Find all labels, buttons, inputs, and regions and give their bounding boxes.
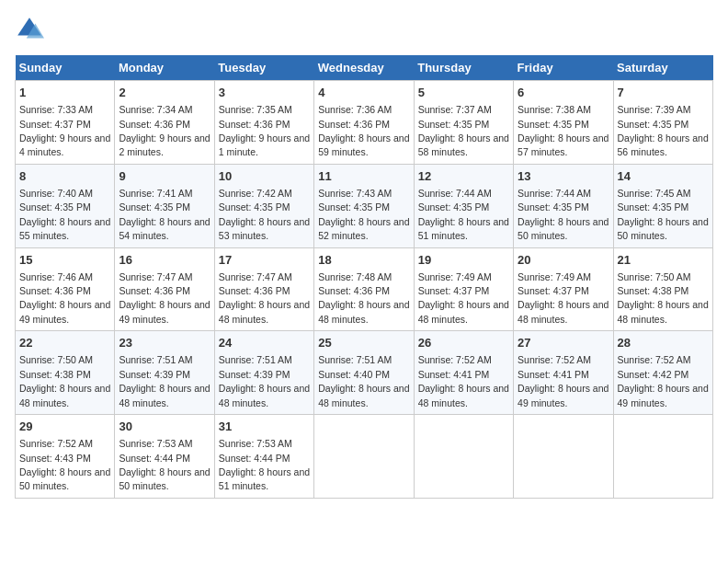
calendar-cell: 29 Sunrise: 7:52 AMSunset: 4:43 PMDaylig… bbox=[16, 415, 115, 499]
week-row-1: 1 Sunrise: 7:33 AMSunset: 4:37 PMDayligh… bbox=[16, 81, 713, 165]
calendar-cell: 17 Sunrise: 7:47 AMSunset: 4:36 PMDaylig… bbox=[214, 247, 313, 331]
day-number: 2 bbox=[119, 85, 210, 101]
calendar-cell: 8 Sunrise: 7:40 AMSunset: 4:35 PMDayligh… bbox=[16, 164, 115, 247]
week-row-4: 22 Sunrise: 7:50 AMSunset: 4:38 PMDaylig… bbox=[16, 331, 713, 415]
day-number: 19 bbox=[418, 252, 509, 269]
calendar-cell: 5 Sunrise: 7:37 AMSunset: 4:35 PMDayligh… bbox=[414, 81, 513, 165]
week-row-2: 8 Sunrise: 7:40 AMSunset: 4:35 PMDayligh… bbox=[16, 164, 713, 247]
calendar-cell: 7 Sunrise: 7:39 AMSunset: 4:35 PMDayligh… bbox=[613, 81, 712, 165]
day-info: Sunrise: 7:46 AMSunset: 4:36 PMDaylight:… bbox=[19, 271, 110, 325]
calendar-cell: 14 Sunrise: 7:45 AMSunset: 4:35 PMDaylig… bbox=[613, 164, 712, 247]
week-row-3: 15 Sunrise: 7:46 AMSunset: 4:36 PMDaylig… bbox=[16, 247, 713, 331]
day-info: Sunrise: 7:48 AMSunset: 4:36 PMDaylight:… bbox=[318, 271, 409, 325]
day-number: 12 bbox=[418, 168, 509, 185]
day-info: Sunrise: 7:44 AMSunset: 4:35 PMDaylight:… bbox=[418, 188, 509, 241]
day-number: 14 bbox=[618, 168, 709, 185]
day-number: 6 bbox=[518, 85, 609, 101]
day-number: 30 bbox=[119, 419, 210, 435]
calendar-cell: 24 Sunrise: 7:51 AMSunset: 4:39 PMDaylig… bbox=[214, 331, 313, 415]
calendar-cell: 4 Sunrise: 7:36 AMSunset: 4:36 PMDayligh… bbox=[314, 81, 414, 165]
day-info: Sunrise: 7:38 AMSunset: 4:35 PMDaylight:… bbox=[518, 104, 609, 157]
calendar-cell: 3 Sunrise: 7:35 AMSunset: 4:36 PMDayligh… bbox=[214, 81, 313, 165]
calendar-cell: 1 Sunrise: 7:33 AMSunset: 4:37 PMDayligh… bbox=[16, 81, 115, 165]
day-number: 24 bbox=[219, 335, 310, 351]
calendar-cell: 19 Sunrise: 7:49 AMSunset: 4:37 PMDaylig… bbox=[414, 247, 513, 331]
calendar-table: SundayMondayTuesdayWednesdayThursdayFrid… bbox=[15, 55, 713, 499]
day-info: Sunrise: 7:36 AMSunset: 4:36 PMDaylight:… bbox=[318, 104, 409, 157]
calendar-cell: 31 Sunrise: 7:53 AMSunset: 4:44 PMDaylig… bbox=[214, 415, 313, 499]
calendar-cell: 30 Sunrise: 7:53 AMSunset: 4:44 PMDaylig… bbox=[115, 415, 214, 499]
calendar-cell: 16 Sunrise: 7:47 AMSunset: 4:36 PMDaylig… bbox=[115, 247, 214, 331]
weekday-header-thursday: Thursday bbox=[414, 55, 513, 81]
weekday-header-row: SundayMondayTuesdayWednesdayThursdayFrid… bbox=[16, 55, 713, 81]
calendar-cell: 15 Sunrise: 7:46 AMSunset: 4:36 PMDaylig… bbox=[16, 247, 115, 331]
day-info: Sunrise: 7:33 AMSunset: 4:37 PMDaylight:… bbox=[19, 104, 110, 157]
day-number: 20 bbox=[518, 252, 609, 269]
day-number: 23 bbox=[119, 335, 210, 351]
day-number: 1 bbox=[19, 85, 110, 101]
weekday-header-saturday: Saturday bbox=[613, 55, 712, 81]
day-info: Sunrise: 7:50 AMSunset: 4:38 PMDaylight:… bbox=[19, 354, 110, 408]
weekday-header-tuesday: Tuesday bbox=[214, 55, 313, 81]
day-info: Sunrise: 7:51 AMSunset: 4:40 PMDaylight:… bbox=[318, 354, 409, 408]
page-header bbox=[15, 15, 713, 44]
calendar-cell bbox=[613, 415, 712, 499]
calendar-cell: 10 Sunrise: 7:42 AMSunset: 4:35 PMDaylig… bbox=[214, 164, 313, 247]
day-number: 26 bbox=[418, 335, 509, 351]
day-info: Sunrise: 7:40 AMSunset: 4:35 PMDaylight:… bbox=[19, 188, 110, 241]
calendar-cell: 27 Sunrise: 7:52 AMSunset: 4:41 PMDaylig… bbox=[514, 331, 613, 415]
day-info: Sunrise: 7:52 AMSunset: 4:42 PMDaylight:… bbox=[618, 354, 709, 408]
day-number: 25 bbox=[318, 335, 409, 351]
day-info: Sunrise: 7:34 AMSunset: 4:36 PMDaylight:… bbox=[119, 104, 210, 157]
logo-icon bbox=[15, 15, 44, 44]
day-number: 18 bbox=[318, 252, 409, 269]
calendar-cell: 9 Sunrise: 7:41 AMSunset: 4:35 PMDayligh… bbox=[115, 164, 214, 247]
day-info: Sunrise: 7:49 AMSunset: 4:37 PMDaylight:… bbox=[518, 271, 609, 325]
day-info: Sunrise: 7:47 AMSunset: 4:36 PMDaylight:… bbox=[219, 271, 310, 325]
day-number: 8 bbox=[19, 168, 110, 185]
day-number: 15 bbox=[19, 252, 110, 269]
day-number: 9 bbox=[119, 168, 210, 185]
calendar-cell: 28 Sunrise: 7:52 AMSunset: 4:42 PMDaylig… bbox=[613, 331, 712, 415]
day-info: Sunrise: 7:45 AMSunset: 4:35 PMDaylight:… bbox=[618, 188, 709, 241]
day-info: Sunrise: 7:53 AMSunset: 4:44 PMDaylight:… bbox=[219, 438, 310, 491]
calendar-cell: 11 Sunrise: 7:43 AMSunset: 4:35 PMDaylig… bbox=[314, 164, 414, 247]
calendar-cell bbox=[314, 415, 414, 499]
weekday-header-wednesday: Wednesday bbox=[314, 55, 414, 81]
day-number: 28 bbox=[618, 335, 709, 351]
day-info: Sunrise: 7:52 AMSunset: 4:43 PMDaylight:… bbox=[19, 438, 110, 491]
day-info: Sunrise: 7:52 AMSunset: 4:41 PMDaylight:… bbox=[418, 354, 509, 408]
calendar-cell: 21 Sunrise: 7:50 AMSunset: 4:38 PMDaylig… bbox=[613, 247, 712, 331]
day-info: Sunrise: 7:50 AMSunset: 4:38 PMDaylight:… bbox=[618, 271, 709, 325]
day-number: 5 bbox=[418, 85, 509, 101]
calendar-cell: 2 Sunrise: 7:34 AMSunset: 4:36 PMDayligh… bbox=[115, 81, 214, 165]
day-info: Sunrise: 7:42 AMSunset: 4:35 PMDaylight:… bbox=[219, 188, 310, 241]
calendar-cell: 20 Sunrise: 7:49 AMSunset: 4:37 PMDaylig… bbox=[514, 247, 613, 331]
day-info: Sunrise: 7:51 AMSunset: 4:39 PMDaylight:… bbox=[219, 354, 310, 408]
week-row-5: 29 Sunrise: 7:52 AMSunset: 4:43 PMDaylig… bbox=[16, 415, 713, 499]
calendar-cell: 18 Sunrise: 7:48 AMSunset: 4:36 PMDaylig… bbox=[314, 247, 414, 331]
day-info: Sunrise: 7:37 AMSunset: 4:35 PMDaylight:… bbox=[418, 104, 509, 157]
day-number: 29 bbox=[19, 419, 110, 435]
weekday-header-sunday: Sunday bbox=[16, 55, 115, 81]
calendar-cell bbox=[414, 415, 513, 499]
day-info: Sunrise: 7:52 AMSunset: 4:41 PMDaylight:… bbox=[518, 354, 609, 408]
day-info: Sunrise: 7:51 AMSunset: 4:39 PMDaylight:… bbox=[119, 354, 210, 408]
day-number: 7 bbox=[618, 85, 709, 101]
day-number: 11 bbox=[318, 168, 409, 185]
weekday-header-monday: Monday bbox=[115, 55, 214, 81]
day-number: 21 bbox=[618, 252, 709, 269]
calendar-cell: 6 Sunrise: 7:38 AMSunset: 4:35 PMDayligh… bbox=[514, 81, 613, 165]
calendar-cell: 22 Sunrise: 7:50 AMSunset: 4:38 PMDaylig… bbox=[16, 331, 115, 415]
calendar-cell: 23 Sunrise: 7:51 AMSunset: 4:39 PMDaylig… bbox=[115, 331, 214, 415]
day-info: Sunrise: 7:44 AMSunset: 4:35 PMDaylight:… bbox=[518, 188, 609, 241]
day-number: 27 bbox=[518, 335, 609, 351]
day-info: Sunrise: 7:49 AMSunset: 4:37 PMDaylight:… bbox=[418, 271, 509, 325]
calendar-cell: 26 Sunrise: 7:52 AMSunset: 4:41 PMDaylig… bbox=[414, 331, 513, 415]
day-info: Sunrise: 7:39 AMSunset: 4:35 PMDaylight:… bbox=[618, 104, 709, 157]
calendar-cell: 12 Sunrise: 7:44 AMSunset: 4:35 PMDaylig… bbox=[414, 164, 513, 247]
day-info: Sunrise: 7:35 AMSunset: 4:36 PMDaylight:… bbox=[219, 104, 310, 157]
day-number: 22 bbox=[19, 335, 110, 351]
calendar-cell bbox=[514, 415, 613, 499]
logo bbox=[15, 15, 48, 44]
